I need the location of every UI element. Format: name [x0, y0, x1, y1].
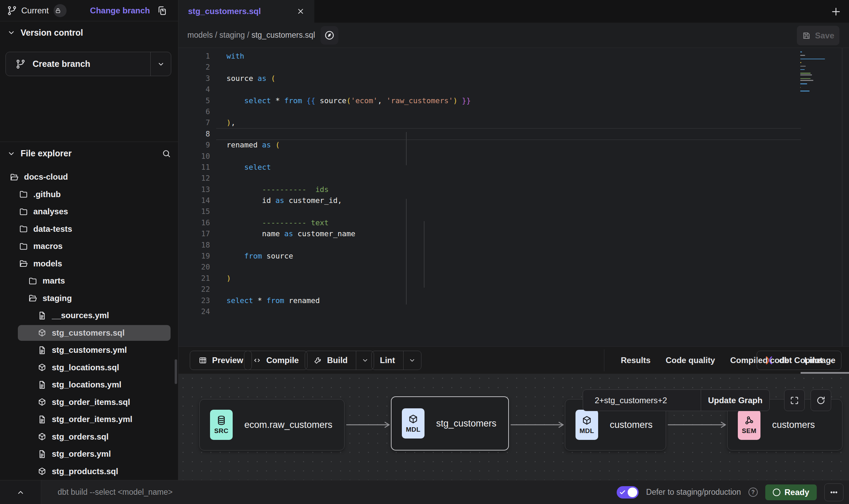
code-lines: 1with23source as (45 select * from {{ so… [178, 51, 849, 317]
close-icon[interactable] [296, 7, 305, 15]
minimap-line [800, 82, 828, 83]
chevron-down-icon [408, 357, 416, 364]
fullscreen-button[interactable] [784, 389, 805, 411]
code-editor[interactable]: 1with23source as (45 select * from {{ so… [178, 48, 849, 346]
dbt-cloud-ide: Current Change branch Version control Cr… [0, 0, 849, 504]
tree-item-staging[interactable]: staging [0, 290, 178, 307]
tab-stg-customers[interactable]: stg_customers.sql [178, 0, 314, 23]
save-button[interactable]: Save [797, 26, 839, 45]
status-circle-icon [773, 489, 780, 496]
lineage-compass-button[interactable] [321, 26, 338, 45]
line-number: 18 [178, 240, 210, 251]
ready-status-button[interactable]: Ready [765, 484, 817, 500]
line-number: 7 [178, 117, 210, 128]
code-text [210, 240, 226, 251]
preview-button[interactable]: Preview [190, 351, 252, 370]
tree-item-docs-cloud[interactable]: docs-cloud [0, 168, 178, 186]
minimap-line [800, 57, 828, 58]
compile-button[interactable]: Compile [244, 351, 307, 370]
tree-item-analyses[interactable]: analyses [0, 203, 178, 220]
token: source [226, 74, 258, 83]
token: * [253, 296, 267, 305]
defer-toggle[interactable] [617, 486, 639, 499]
version-control-header[interactable]: Version control [0, 21, 178, 44]
build-button[interactable]: Build [305, 351, 374, 370]
sidebar-scrollbar[interactable] [175, 359, 177, 384]
lint-button[interactable]: Lint [371, 351, 421, 370]
code-line-21: 21) [178, 273, 849, 284]
create-branch-dropdown[interactable] [150, 52, 171, 76]
minimap[interactable] [800, 51, 828, 94]
lineage-node-ecom-raw-customers-src[interactable]: SRCecom.raw_customers [199, 399, 345, 451]
node-badge-label: SRC [214, 427, 229, 435]
tree-item-stg-order-items-sql[interactable]: stg_order_items.sql [0, 394, 178, 411]
git-branch-icon [7, 5, 17, 16]
command-input[interactable]: dbt build --select <model_name> [58, 480, 173, 504]
more-options-button[interactable] [824, 483, 844, 501]
tree-item-stg-order-items-yml[interactable]: stg_order_items.yml [0, 411, 178, 428]
tree-item-stg-products-sql[interactable]: stg_products.sql [0, 463, 178, 480]
tree-item-models[interactable]: models [0, 255, 178, 273]
tree-item-stg-customers-yml[interactable]: stg_customers.yml [0, 341, 178, 359]
tree-item-stg-customers-sql[interactable]: stg_customers.sql [0, 324, 178, 342]
node-badge-label: SEM [742, 427, 757, 435]
node-label: customers [610, 420, 653, 430]
code-text: source as ( [210, 73, 275, 84]
token: , [377, 96, 386, 105]
refresh-button[interactable] [811, 389, 831, 411]
lint-dropdown[interactable] [403, 351, 421, 370]
chevron-up-icon [16, 488, 25, 497]
main-area: stg_customers.sql models / staging / stg… [178, 0, 849, 480]
minimap-line [800, 85, 828, 86]
statusbar-right: Defer to staging/production ? Ready [617, 480, 844, 504]
model-cube-icon [37, 397, 47, 407]
token: , [231, 118, 235, 127]
tree-item-stg-orders-sql[interactable]: stg_orders.sql [0, 428, 178, 446]
tree-item-label: .github [33, 190, 61, 199]
sidebar: Current Change branch Version control Cr… [0, 0, 178, 480]
tree-item-stg-orders-yml[interactable]: stg_orders.yml [0, 445, 178, 463]
create-branch-button[interactable]: Create branch [5, 52, 171, 76]
lineage-selector-input[interactable]: 2+stg_customers+2 [583, 390, 701, 411]
line-number: 24 [178, 306, 210, 317]
chevron-down-icon [827, 357, 834, 364]
branch-lock-badge [54, 4, 67, 17]
line-number: 17 [178, 228, 210, 239]
code-text [210, 284, 226, 295]
copy-icon[interactable] [157, 5, 167, 16]
breadcrumb-segment[interactable]: models [187, 31, 213, 39]
change-branch-link[interactable]: Change branch [90, 6, 150, 15]
tree-item--sources-yml[interactable]: __sources.yml [0, 307, 178, 324]
line-number: 1 [178, 51, 210, 62]
panel-tab-results[interactable]: Results [621, 356, 651, 365]
tree-item-label: __sources.yml [52, 311, 109, 320]
create-branch-main[interactable]: Create branch [6, 52, 150, 76]
lineage-canvas[interactable]: SRCecom.raw_customersMDLstg_customersMDL… [178, 374, 849, 480]
tree-item-stg-locations-sql[interactable]: stg_locations.sql [0, 359, 178, 376]
tree-item-stg-locations-yml[interactable]: stg_locations.yml [0, 376, 178, 394]
database-icon [216, 415, 227, 426]
dbt-copilot-button[interactable]: dbt Copilot [757, 351, 841, 370]
file-explorer-header[interactable]: File explorer [0, 142, 178, 165]
new-tab-icon[interactable] [830, 6, 841, 17]
help-icon[interactable]: ? [748, 488, 758, 497]
tree-item-marts[interactable]: marts [0, 272, 178, 290]
token: select [226, 96, 271, 105]
tree-item-data-tests[interactable]: data-tests [0, 220, 178, 238]
breadcrumb-segment[interactable]: staging [219, 31, 245, 39]
token: with [226, 52, 244, 60]
lineage-node-stg-customers-mdl[interactable]: MDLstg_customers [391, 396, 509, 451]
tree-item-macros[interactable]: macros [0, 238, 178, 255]
command-bar-collapse[interactable] [0, 480, 41, 504]
panel-tab-code-quality[interactable]: Code quality [666, 356, 715, 365]
model-cube-icon [37, 432, 47, 441]
tree-item-label: stg_orders.sql [52, 432, 108, 442]
tree-item--github[interactable]: .github [0, 186, 178, 203]
code-text: name as customer_name [210, 228, 355, 239]
breadcrumb-segment[interactable]: stg_customers.sql [252, 31, 315, 39]
minimap-line [800, 69, 805, 70]
tab-title: stg_customers.sql [188, 7, 261, 16]
code-text: select [210, 162, 271, 173]
update-graph-button[interactable]: Update Graph [701, 390, 769, 411]
search-icon[interactable] [162, 149, 171, 158]
